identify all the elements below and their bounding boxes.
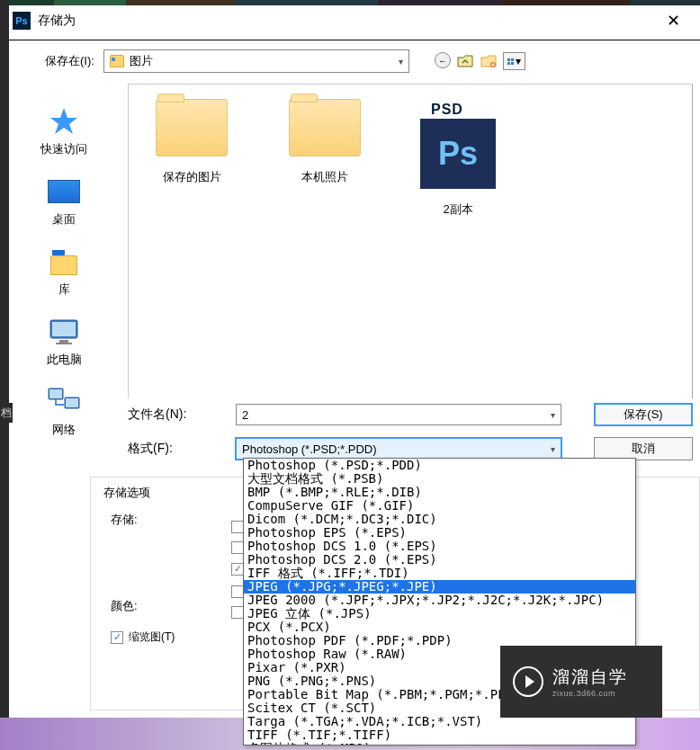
folder-icon: [156, 99, 228, 156]
back-button[interactable]: ←: [435, 52, 451, 68]
app-left-edge: [0, 0, 9, 718]
play-icon: [513, 666, 543, 697]
file-browser-area[interactable]: 保存的图片 本机照片 PSD Ps 2副本: [128, 84, 693, 398]
location-value: 图片: [130, 53, 399, 69]
sidebar-network[interactable]: 网络: [0, 377, 128, 447]
format-option[interactable]: Photoshop DCS 1.0 (*.EPS): [244, 540, 635, 553]
sidebar-label: 库: [58, 281, 70, 298]
sidebar-thispc[interactable]: 此电脑: [0, 307, 128, 377]
format-option[interactable]: JPEG 2000 (*.JPF;*.JPX;*.JP2;*.J2C;*.J2K…: [244, 594, 635, 607]
format-option[interactable]: PCX (*.PCX): [244, 621, 635, 634]
format-option[interactable]: 大型文档格式 (*.PSB): [244, 472, 635, 486]
checkbox-layers[interactable]: [231, 563, 244, 576]
new-folder-button[interactable]: [480, 52, 498, 70]
format-label: 格式(F):: [128, 441, 225, 457]
location-label: 保存在(I):: [45, 53, 94, 69]
folder-icon: [289, 99, 361, 156]
svg-rect-3: [52, 322, 76, 336]
sidebar-library[interactable]: 库: [0, 237, 128, 307]
format-option[interactable]: Photoshop DCS 2.0 (*.EPS): [244, 553, 635, 567]
ps-app-icon: Ps: [13, 12, 31, 30]
svg-rect-4: [59, 340, 68, 343]
sidebar-label: 网络: [52, 422, 76, 438]
store-label: 存储:: [103, 512, 202, 528]
dialog-title: 存储为: [38, 13, 76, 29]
svg-marker-1: [50, 108, 77, 134]
location-combobox[interactable]: 图片 ▾: [103, 49, 409, 73]
format-option[interactable]: JPEG 立体 (*.JPS): [244, 607, 635, 621]
watermark-url: zixue.3d66.com: [552, 689, 628, 698]
view-mode-button[interactable]: ▾: [503, 52, 525, 70]
up-folder-button[interactable]: [456, 52, 474, 70]
format-option[interactable]: JPEG (*.JPG;*.JPEG;*.JPE): [244, 580, 635, 594]
format-option[interactable]: IFF 格式 (*.IFF;*.TDI): [244, 567, 635, 580]
folder-icon: [110, 55, 124, 67]
chevron-down-icon: ▾: [551, 444, 555, 454]
chevron-down-icon: ▾: [551, 410, 555, 420]
save-button[interactable]: 保存(S): [594, 403, 693, 426]
filename-input[interactable]: 2 ▾: [236, 404, 561, 425]
svg-rect-9: [66, 398, 78, 407]
color-label: 颜色:: [103, 598, 202, 614]
checkbox-thumbnail[interactable]: [111, 631, 123, 644]
dialog-titlebar: Ps 存储为 ✕: [0, 0, 700, 40]
format-option[interactable]: TIFF (*.TIF;*.TIFF): [244, 728, 635, 742]
svg-rect-8: [49, 389, 62, 398]
svg-rect-5: [56, 343, 72, 344]
format-option[interactable]: Photoshop (*.PSD;*.PDD): [244, 459, 635, 472]
file-label: 本机照片: [301, 169, 348, 185]
sidebar-label: 桌面: [52, 211, 76, 228]
watermark-name: 溜溜自学: [552, 665, 628, 689]
location-toolbar: 保存在(I): 图片 ▾ ← ▾: [0, 40, 700, 84]
chevron-down-icon: ▾: [399, 57, 403, 67]
checkbox-copy[interactable]: [231, 521, 244, 533]
file-label: 保存的图片: [163, 169, 221, 185]
format-combobox[interactable]: Photoshop (*.PSD;*.PDD) ▾: [236, 438, 561, 460]
quickaccess-icon: [47, 105, 81, 138]
pc-icon: [47, 316, 81, 348]
nav-icon-group: ← ▾: [435, 52, 525, 70]
watermark-badge: 溜溜自学 zixue.3d66.com: [500, 646, 662, 718]
sidebar-label: 快速访问: [40, 141, 87, 157]
format-value: Photoshop (*.PSD;*.PDD): [242, 442, 551, 456]
format-option[interactable]: CompuServe GIF (*.GIF): [244, 499, 635, 513]
network-icon: [47, 386, 81, 418]
library-icon: [47, 246, 81, 278]
checkbox-notes[interactable]: [231, 585, 244, 598]
checkbox-label: 缩览图(T): [129, 629, 175, 645]
sidebar-quickaccess[interactable]: 快速访问: [0, 96, 128, 166]
sidebar-desktop[interactable]: 桌面: [0, 166, 128, 237]
checkbox-alpha[interactable]: [231, 541, 244, 554]
close-button[interactable]: ✕: [660, 7, 687, 34]
background-panel-label: 档: [0, 403, 13, 423]
filename-value: 2: [242, 408, 551, 422]
grid-icon: [507, 58, 514, 65]
desktop-icon: [47, 175, 81, 208]
format-option[interactable]: Photoshop EPS (*.EPS): [244, 526, 635, 540]
chevron-down-icon: ▾: [516, 55, 521, 67]
format-option[interactable]: Dicom (*.DCM;*.DC3;*.DIC): [244, 513, 635, 526]
file-psd[interactable]: PSD Ps 2副本: [413, 99, 503, 218]
file-folder[interactable]: 保存的图片: [147, 99, 237, 218]
file-folder[interactable]: 本机照片: [280, 99, 370, 218]
filename-label: 文件名(N):: [128, 406, 225, 423]
checkbox-icc[interactable]: [231, 606, 244, 619]
format-option[interactable]: 多图片格式 (*.MPO): [244, 742, 635, 746]
format-option[interactable]: BMP (*.BMP;*.RLE;*.DIB): [244, 486, 635, 499]
psd-file-icon: PSD Ps: [420, 99, 496, 189]
app-toolbar-sliver: [0, 0, 700, 5]
file-label: 2副本: [443, 201, 472, 218]
sidebar-label: 此电脑: [47, 352, 82, 368]
